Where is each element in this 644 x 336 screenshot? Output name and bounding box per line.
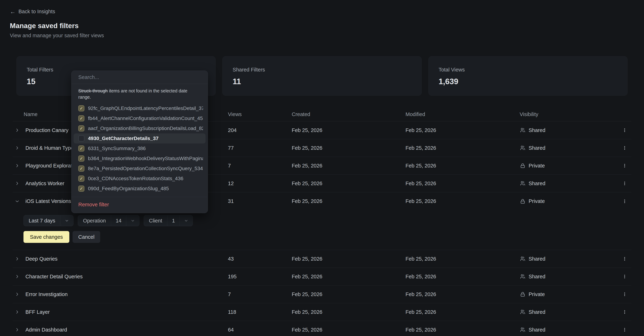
checkbox-icon[interactable]: ✓ xyxy=(78,115,84,121)
row-expand-button[interactable] xyxy=(14,144,21,152)
row-modified: Feb 25, 2026 xyxy=(406,291,520,297)
row-name: Playground Explorat xyxy=(26,163,72,169)
filter-option-row[interactable]: ✓ 92fc_GraphQLEndpointLatencyPercentiles… xyxy=(74,103,206,113)
row-menu-cell xyxy=(620,289,632,299)
filter-option-label: 8e7a_PersistedOperationCollectionSyncQue… xyxy=(88,166,203,171)
filter-option-row[interactable]: ✓ b364_IntegrationWebhookDeliveryStatusW… xyxy=(74,153,206,164)
checkbox-icon[interactable]: ✓ xyxy=(78,155,84,162)
checkbox-icon[interactable]: ✓ xyxy=(78,125,84,131)
row-menu-button[interactable] xyxy=(620,272,629,282)
row-expand-button[interactable] xyxy=(14,127,21,134)
kebab-icon xyxy=(622,198,627,204)
visibility-badge: Shared xyxy=(520,180,613,186)
filter-chip-label: Client xyxy=(144,218,167,224)
filter-option-row[interactable]: ✓ aacf_OrganizationBillingSubscriptionDe… xyxy=(74,123,206,133)
filter-option-label: b364_IntegrationWebhookDeliveryStatusWit… xyxy=(88,156,203,161)
filter-option-row[interactable]: ✓ 6331_SyncSummary_386 xyxy=(74,143,206,153)
checkbox-icon[interactable]: ✓ xyxy=(78,186,84,192)
filter-option-row[interactable]: ✓ fb44_AlertChannelConfigurationValidati… xyxy=(74,113,206,123)
table-row[interactable]: Character Detail Queries 195 Feb 25, 202… xyxy=(12,268,632,286)
visibility-badge: Shared xyxy=(520,274,613,280)
row-menu-cell xyxy=(620,307,632,317)
visibility-label: Private xyxy=(528,163,545,169)
row-menu-button[interactable] xyxy=(620,125,629,135)
page-subtitle: View and manage your saved filter views xyxy=(10,32,104,38)
row-expand-button[interactable] xyxy=(14,255,21,262)
row-name: Character Detail Queries xyxy=(26,274,82,280)
checkbox-icon[interactable]: ✓ xyxy=(78,176,84,182)
row-menu-button[interactable] xyxy=(620,325,629,335)
row-expand-button[interactable] xyxy=(14,291,21,298)
row-created: Feb 25, 2026 xyxy=(292,327,406,333)
row-menu-button[interactable] xyxy=(620,161,629,171)
remove-filter-button[interactable]: Remove filter xyxy=(72,197,208,213)
back-to-insights-link[interactable]: ← Back to Insights xyxy=(10,8,55,14)
row-views: 43 xyxy=(228,256,292,262)
filter-chip[interactable]: Last 7 days xyxy=(24,215,74,226)
row-created: Feb 25, 2026 xyxy=(292,181,406,186)
table-row[interactable]: BFF Layer 118 Feb 25, 2026 Feb 25, 2026 … xyxy=(12,303,632,321)
checkbox-icon[interactable]: ✓ xyxy=(78,165,84,172)
row-expand-button[interactable] xyxy=(14,198,21,205)
visibility-label: Shared xyxy=(528,256,546,262)
table-header-cell: Created xyxy=(292,111,406,117)
visibility-badge: Private xyxy=(520,198,613,204)
kebab-icon xyxy=(622,180,627,186)
people-icon xyxy=(520,145,526,151)
visibility-label: Shared xyxy=(528,327,546,333)
row-expand-button[interactable] xyxy=(14,326,21,333)
filter-chips-row: Last 7 days Operation 14 Client 1 xyxy=(24,215,632,226)
kebab-icon xyxy=(622,256,627,262)
visibility-label: Shared xyxy=(528,309,546,315)
checkbox-icon[interactable]: ✓ xyxy=(78,145,84,152)
table-row[interactable]: Admin Dashboard 64 Feb 25, 2026 Feb 25, … xyxy=(12,321,632,336)
visibility-badge: Private xyxy=(520,291,613,297)
filter-chip-value: 1 xyxy=(167,218,180,224)
table-header-cell: Views xyxy=(228,111,292,117)
table-row[interactable]: Deep Queries 43 Feb 25, 2026 Feb 25, 202… xyxy=(12,250,632,268)
kebab-icon xyxy=(622,327,627,333)
chevron-right-icon xyxy=(15,163,20,168)
filter-chip[interactable]: Client 1 xyxy=(144,215,193,226)
filter-option-label: 6331_SyncSummary_386 xyxy=(88,146,146,151)
filter-chip-label: Operation xyxy=(78,218,111,224)
filter-option-row[interactable]: ✓ 0ce3_CDNAccessTokenRotationStats_436 xyxy=(74,174,206,184)
kebab-icon xyxy=(622,274,627,280)
row-menu-button[interactable] xyxy=(620,254,629,264)
checkbox-icon[interactable]: ✓ xyxy=(78,105,84,111)
visibility-badge: Shared xyxy=(520,327,613,333)
cancel-button[interactable]: Cancel xyxy=(72,231,100,243)
row-menu-button[interactable] xyxy=(620,196,629,206)
kebab-icon xyxy=(622,309,627,315)
row-menu-cell xyxy=(620,325,632,335)
save-changes-button[interactable]: Save changes xyxy=(24,231,69,243)
filter-option-row[interactable]: ✓ 090d_FeedByOrganizationSlug_485 xyxy=(74,184,206,194)
row-modified: Feb 25, 2026 xyxy=(406,198,520,204)
table-row[interactable]: Error Investigation 7 Feb 25, 2026 Feb 2… xyxy=(12,286,632,303)
row-name-cell: Character Detail Queries xyxy=(12,273,228,280)
row-expand-button[interactable] xyxy=(14,309,21,316)
filter-option-list: ✓ 92fc_GraphQLEndpointLatencyPercentiles… xyxy=(72,102,208,195)
filter-chip[interactable]: Operation 14 xyxy=(78,215,140,226)
row-modified: Feb 25, 2026 xyxy=(406,181,520,186)
checkbox-icon[interactable]: ✓ xyxy=(78,135,84,141)
chevron-right-icon xyxy=(15,146,20,150)
row-expand-button[interactable] xyxy=(14,162,21,169)
row-menu-cell xyxy=(620,125,632,135)
row-menu-button[interactable] xyxy=(620,178,629,188)
row-name: Production Canary xyxy=(26,127,68,133)
visibility-badge: Shared xyxy=(520,256,613,262)
row-menu-button[interactable] xyxy=(620,143,629,153)
row-menu-button[interactable] xyxy=(620,289,629,299)
row-expand-button[interactable] xyxy=(14,273,21,280)
row-menu-button[interactable] xyxy=(620,307,629,317)
row-expand-button[interactable] xyxy=(14,180,21,187)
row-created: Feb 25, 2026 xyxy=(292,127,406,133)
row-created: Feb 25, 2026 xyxy=(292,291,406,297)
visibility-badge: Private xyxy=(520,163,613,169)
search-input[interactable] xyxy=(72,71,208,84)
filter-chip-label: Last 7 days xyxy=(24,218,60,224)
visibility-label: Shared xyxy=(528,127,546,133)
filter-option-row[interactable]: ✓ 4930_GetCharacterDetails_37 xyxy=(74,133,206,143)
filter-option-row[interactable]: ✓ 8e7a_PersistedOperationCollectionSyncQ… xyxy=(74,164,206,174)
